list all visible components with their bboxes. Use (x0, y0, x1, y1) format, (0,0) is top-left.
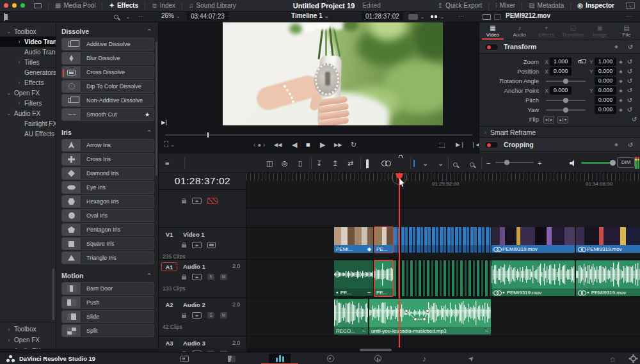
effects-options-icon[interactable]: ··· (138, 13, 144, 19)
overwrite-clip-button[interactable]: ↥ (332, 159, 338, 168)
jog-control[interactable]: ‹ ● › (253, 141, 265, 148)
video-clip[interactable]: PEMI9319.mov (576, 227, 640, 253)
track-header-v1[interactable]: V1 Video 1 ◂▸ 235 Clips (159, 227, 246, 259)
inspector-more-icon[interactable]: ··· (626, 13, 632, 19)
timeline-ruler[interactable] (246, 173, 640, 181)
timeline-selector[interactable]: Timeline 1 ⌄ (291, 12, 329, 19)
inspector-tab[interactable]: ◱ Transition (559, 22, 586, 40)
link-xy-icon[interactable] (578, 60, 582, 63)
media-pool-toggle-button[interactable]: ▦ Media Pool (49, 0, 102, 12)
cropping-enable-toggle[interactable] (484, 141, 499, 148)
effect-item[interactable]: Dip To Color Dissolve (61, 80, 154, 93)
timeline-timecode[interactable]: 01:28:37:02 (159, 175, 246, 187)
volume-keyframe[interactable] (426, 309, 429, 313)
close-window-button[interactable] (4, 3, 8, 8)
transform-section-header[interactable]: Transform ◆ ↺ (479, 40, 640, 54)
trim-edit-mode-button[interactable]: ◫ (266, 159, 273, 168)
video-clip[interactable]: PEMI9319.mov (492, 227, 575, 253)
camera-dropdown-icon[interactable]: ⌄ (420, 13, 425, 20)
mute-button[interactable]: M (220, 312, 227, 319)
replace-clip-button[interactable]: ⇄ (348, 159, 353, 168)
cropping-section-header[interactable]: Cropping ◆ ↺ (479, 138, 640, 152)
loop-range-icon[interactable]: ⬚ (439, 141, 445, 148)
index-toggle-button[interactable]: ≣ Index (145, 0, 182, 12)
reset-icon[interactable]: ↺ (625, 68, 634, 75)
yaw-field[interactable]: 0.000 (595, 106, 616, 114)
inspector-tab[interactable]: ▤ File (613, 22, 640, 40)
page-cut-button[interactable] (221, 354, 243, 363)
stop-button[interactable]: ■ (306, 141, 310, 148)
mute-button[interactable]: M (220, 274, 227, 280)
reset-icon[interactable]: ↺ (625, 58, 634, 65)
keyframe-icon[interactable]: ◆ (612, 142, 621, 147)
goto-first-frame-button[interactable]: ◀◀ (274, 142, 282, 148)
audio-clip-selected[interactable]: PE... (374, 260, 393, 296)
track-header-a1[interactable]: A1 Audio 1 2.0 ◂▸ S M 133 Clips (159, 259, 246, 297)
play-button[interactable]: ▶ (320, 141, 325, 149)
viewer-zoom-select[interactable]: 26% ⌄ (161, 12, 180, 19)
volume-automation-line[interactable] (369, 299, 491, 327)
audio-clip-group[interactable] (394, 260, 491, 296)
effect-item[interactable]: Push (61, 296, 154, 309)
smart-reframe-section[interactable]: ›Smart Reframe (479, 126, 640, 138)
lock-icon[interactable] (182, 200, 186, 203)
keyframe-icon[interactable]: ◆ (616, 79, 625, 84)
video-clip[interactable]: PEMI...◆ (334, 227, 373, 253)
playhead[interactable] (399, 173, 400, 347)
effect-item[interactable]: Blur Dissolve (61, 52, 154, 65)
viewer-more-icon[interactable]: ··· (225, 13, 231, 19)
sidebar-item[interactable]: › Video Transitions (0, 36, 56, 47)
sidebar-item[interactable]: ⌄ Audio FX (0, 108, 56, 118)
effect-item[interactable]: Arrow Iris (61, 139, 154, 152)
section-header-dissolve[interactable]: Dissolve ⌃ (56, 25, 158, 38)
reset-icon[interactable]: ↺ (625, 77, 634, 84)
goto-last-frame-button[interactable]: ▶▶ (334, 142, 342, 148)
keyframe-icon[interactable]: ◆ (616, 107, 625, 113)
search-dropdown-icon[interactable]: ⌄ (125, 13, 131, 20)
page-deliver-button[interactable]: ➤ (461, 354, 483, 363)
project-settings-button[interactable] (622, 354, 640, 363)
video-clip-group[interactable] (394, 227, 491, 253)
sidebar-item[interactable]: Fairlight FX (0, 118, 56, 129)
effect-item[interactable]: Eye Iris (61, 181, 154, 194)
inspector-tab[interactable]: ▦ Video (479, 22, 506, 40)
inspector-tab[interactable]: ▣ Image (586, 22, 613, 40)
keyframe-icon[interactable]: ◆ (616, 88, 625, 93)
position-y-field[interactable]: 0.000 (595, 67, 616, 75)
collapse-icon[interactable]: ⌃ (147, 28, 152, 35)
effects-search-icon[interactable] (114, 13, 118, 20)
sidebar-item[interactable]: AU Effects (0, 129, 56, 139)
sidebar-item[interactable]: › Audio FX (0, 345, 56, 349)
effects-toggle-button[interactable]: ✦ Effects (102, 0, 145, 12)
zoom-x-field[interactable]: 1.000 (550, 58, 572, 66)
sidebar-item[interactable]: › Open FX (0, 335, 56, 345)
clean-feed-icon[interactable] (34, 3, 42, 8)
page-fairlight-button[interactable]: ♪ (413, 354, 435, 363)
reset-icon[interactable]: ↺ (630, 116, 639, 123)
insert-clip-button[interactable]: ↧ (316, 159, 322, 168)
anchor-x-field[interactable]: 0.000 (550, 86, 572, 95)
minimize-window-button[interactable] (12, 3, 17, 8)
sidebar-item[interactable]: › Toolbox (0, 324, 56, 335)
sidebar-scrollbar[interactable] (52, 269, 54, 320)
sound-library-toggle-button[interactable]: ♫ Sound Library (182, 0, 243, 12)
zoom-detail-icon[interactable] (470, 160, 474, 169)
sidebar-item[interactable]: ⌄ Open FX (0, 88, 56, 98)
zoom-full-extent-icon[interactable] (453, 160, 458, 169)
rotation-field[interactable]: 0.000 (595, 77, 616, 85)
zoom-y-field[interactable]: 1.000 (595, 58, 616, 66)
flip-horizontal-button[interactable]: ◂❘▸ (543, 116, 554, 123)
audio-clip-music[interactable]: until-you-leucadia-musicbed.mp3∼ (369, 299, 491, 335)
effect-item[interactable]: Square Iris (61, 237, 154, 250)
track-header-a2[interactable]: A2 Audio 2 2.0 ◂▸ S M 42 Clips (159, 297, 246, 336)
volume-keyframe[interactable] (422, 317, 426, 321)
auto-select-disabled-icon[interactable] (207, 198, 218, 204)
yaw-slider[interactable] (546, 109, 586, 111)
snapping-button[interactable] (366, 160, 369, 169)
effect-item[interactable]: ∼∼ Smooth Cut ★ (61, 108, 154, 121)
arrows-icon[interactable]: ◂▸ (192, 242, 202, 248)
effect-item[interactable]: Additive Dissolve (61, 38, 154, 51)
keyframe-icon[interactable]: ◆ (612, 44, 621, 49)
position-x-field[interactable]: 0.000 (550, 67, 572, 75)
zoom-in-icon[interactable]: + (538, 159, 541, 168)
